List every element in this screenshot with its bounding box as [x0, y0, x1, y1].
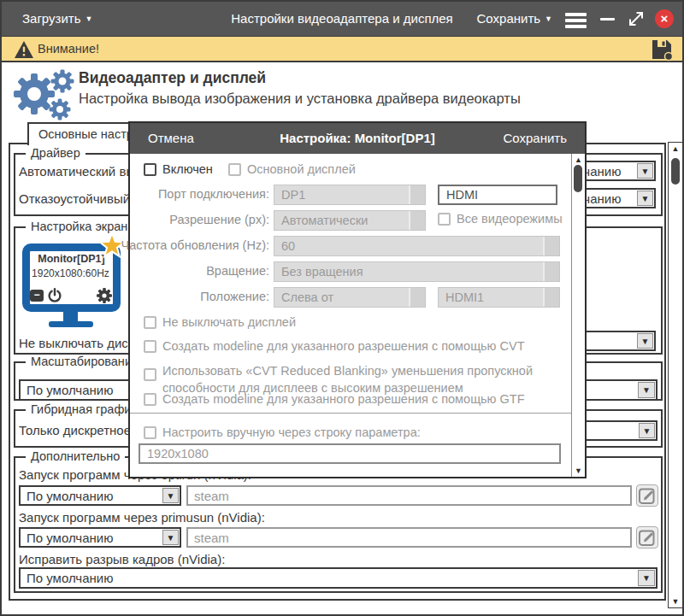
primus-label: Запуск программ через primusun (nVidia): [19, 510, 265, 525]
scroll-up-icon[interactable]: ▲ [669, 144, 682, 153]
dropdown-segment [543, 237, 559, 255]
keep-on-label: Не выключать дисплей [162, 315, 296, 329]
divider [130, 413, 571, 414]
refresh-label: Частота обновления (Hz): [121, 238, 269, 252]
chevron-down-icon[interactable]: ▼ [637, 333, 653, 349]
minimize-display-icon[interactable]: − [30, 290, 44, 302]
all-modes-label: Все видеорежимы [457, 212, 563, 226]
chevron-down-icon[interactable]: ▼ [638, 382, 655, 398]
expand-icon[interactable] [627, 9, 646, 28]
chevron-down-icon[interactable]: ▼ [637, 163, 653, 179]
keep-on-checkbox[interactable] [144, 316, 156, 329]
dropdown-segment [409, 185, 425, 204]
main-scrollbar[interactable]: ▲ ▼ [668, 142, 683, 608]
cvt-rb-checkbox[interactable] [144, 368, 156, 381]
menu-icon[interactable] [565, 13, 587, 27]
scroll-up-icon[interactable]: ▲ [572, 155, 585, 164]
edit-pencil-icon [637, 527, 657, 548]
optirun-input[interactable]: steam [186, 485, 632, 506]
scrollbar-thumb[interactable] [671, 158, 680, 185]
position-value: Слева от [281, 290, 333, 304]
scroll-down-icon[interactable]: ▼ [669, 597, 682, 606]
rotation-value: Без вращения [281, 265, 363, 279]
edit-pencil-icon [637, 485, 657, 506]
chevron-down-icon[interactable]: ▼ [162, 530, 179, 545]
chevron-down-icon[interactable]: ▼ [638, 570, 655, 586]
cvt-checkbox[interactable] [144, 340, 156, 353]
warning-bar: Внимание! [2, 36, 682, 62]
app-window: Загрузить▼ Настройки видеоадаптера и дис… [0, 0, 684, 616]
port-name-input[interactable]: HDMI [438, 185, 557, 205]
optirun-select[interactable]: По умолчанию▼ [19, 485, 181, 506]
port-value: DP1 [281, 188, 305, 202]
dropdown-segment [543, 288, 559, 307]
all-modes-checkbox[interactable] [438, 213, 451, 226]
primary-display-checkbox[interactable] [228, 163, 241, 176]
chevron-down-icon[interactable]: ▼ [637, 191, 653, 206]
chevron-down-icon: ▼ [545, 15, 552, 23]
manual-label: Настроить вручную через строку параметра… [162, 425, 421, 439]
tearing-label: Исправить разрыв кадров (nVidia): [19, 552, 225, 566]
gtf-label: Создать modeline для указанного разрешен… [162, 392, 525, 406]
scrollbar-thumb[interactable] [574, 165, 582, 192]
gtf-checkbox[interactable] [144, 393, 156, 406]
dropdown-segment [543, 262, 559, 281]
enabled-checkbox[interactable] [144, 163, 156, 176]
display-settings-gear-icon[interactable] [97, 288, 112, 303]
scaling-value: По умолчанию [27, 383, 113, 397]
resolution-value: Автоматически [281, 214, 368, 227]
minimize-button[interactable] [600, 18, 615, 21]
page-subtitle: Настройка вывода изображения и установка… [79, 91, 521, 107]
cvt-label: Создать modeline для указанного разрешен… [162, 339, 525, 353]
save-menu-label: Сохранить [477, 11, 541, 26]
position-label: Положение: [200, 290, 269, 303]
driver-legend: Драйвер [26, 146, 86, 160]
tearing-value: По умолчанию [27, 571, 113, 585]
title-bar: Загрузить▼ Настройки видеоадаптера и дис… [2, 2, 682, 36]
page-title: Видеоадаптер и дисплей [79, 69, 266, 87]
gears-icon [7, 65, 82, 121]
primus-input[interactable]: steam [186, 527, 632, 548]
warning-text: Внимание! [38, 42, 99, 56]
primus-select[interactable]: По умолчанию▼ [19, 527, 181, 548]
monitor-resolution: 1920x1080:60Hz [27, 267, 114, 279]
rotation-select: Без вращения [274, 261, 560, 282]
primus-edit-button[interactable] [636, 526, 658, 549]
position-target-value: HDMI1 [445, 290, 484, 304]
dropdown-segment [409, 211, 425, 230]
save-file-icon[interactable] [650, 38, 674, 62]
primary-display-label: Основной дисплей [247, 162, 356, 176]
rotation-label: Вращение: [206, 264, 269, 278]
port-select: DP1 [274, 185, 426, 205]
resolution-label: Разрешение (px): [169, 213, 269, 226]
manual-input[interactable]: 1920x1080 [139, 443, 561, 464]
cvt-rb-label: Использовать «CVT Reduced Blanking» умен… [162, 362, 564, 396]
dialog-save-button[interactable]: Сохранить [503, 123, 567, 154]
monitor-base [49, 321, 93, 327]
dialog-scrollbar[interactable]: ▲ ▼ [571, 154, 585, 477]
dialog-header: Отмена Настройка: Monitor[DP1] Сохранить [130, 123, 585, 154]
chevron-down-icon[interactable]: ▼ [639, 423, 655, 438]
port-label: Порт подключения: [158, 187, 269, 201]
scroll-down-icon[interactable]: ▼ [572, 466, 585, 475]
tearing-select[interactable]: По умолчанию▼ [19, 567, 657, 589]
manual-checkbox[interactable] [144, 426, 156, 439]
save-menu-button[interactable]: Сохранить▼ [477, 2, 552, 36]
position-target-select: HDMI1 [438, 287, 560, 308]
close-button[interactable]: × [655, 9, 674, 28]
extra-legend: Дополнительно [26, 449, 125, 463]
refresh-select: 60 [274, 236, 560, 256]
resolution-select: Автоматически [274, 210, 426, 231]
warning-icon [14, 40, 34, 59]
power-icon[interactable] [47, 288, 62, 303]
primus-value: По умолчанию [27, 531, 113, 545]
optirun-edit-button[interactable] [636, 484, 658, 507]
chevron-down-icon[interactable]: ▼ [162, 488, 179, 503]
enabled-label: Включен [162, 162, 213, 176]
dropdown-segment [409, 288, 425, 307]
position-select: Слева от [274, 287, 426, 308]
optirun-value: По умолчанию [27, 489, 113, 503]
refresh-value: 60 [281, 239, 295, 253]
monitor-settings-dialog: Отмена Настройка: Monitor[DP1] Сохранить… [128, 121, 587, 478]
